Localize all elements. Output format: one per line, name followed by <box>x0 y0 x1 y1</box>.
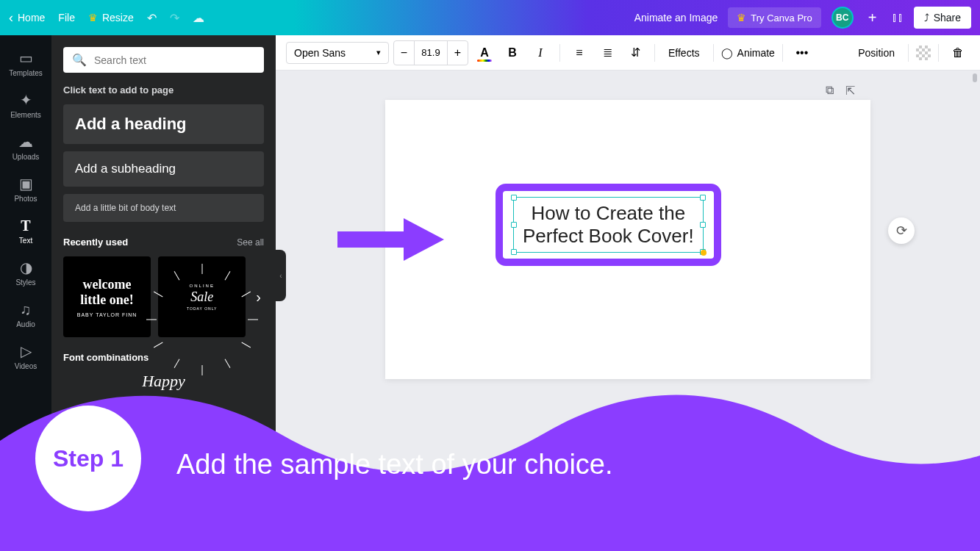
font-combinations-header: Font combinations <box>63 352 264 363</box>
text-line-1[interactable]: How to Create the <box>523 202 694 225</box>
refresh-button[interactable]: ⟳ <box>888 217 915 244</box>
rail-templates[interactable]: ▭Templates <box>0 43 51 84</box>
duplicate-page-icon[interactable]: ⧉ <box>826 84 834 98</box>
bold-button[interactable]: B <box>501 41 524 65</box>
step-badge: Step 1 <box>35 406 141 511</box>
separator <box>908 44 909 62</box>
file-menu[interactable]: File <box>58 12 75 24</box>
text-toolbar: Open Sans ▾ − 81.9 + A B I ≡ ≣ ⇵ Effects… <box>276 35 980 71</box>
cloud-sync-icon[interactable]: ☁ <box>193 11 204 25</box>
recent-cards: welcome little one! BABY TAYLOR FINN ONL… <box>63 256 264 337</box>
home-label: Home <box>18 12 45 24</box>
header-right: Animate an Image ♛ Try Canva Pro BC + ⫿⫿… <box>634 7 971 29</box>
rail-text[interactable]: TText <box>0 210 51 252</box>
add-subheading-button[interactable]: Add a subheading <box>63 151 264 187</box>
recently-used-header: Recently used See all <box>63 237 264 248</box>
highlighted-text-frame: How to Create the Perfect Book Cover! <box>496 184 721 266</box>
list-button[interactable]: ≣ <box>595 41 619 65</box>
svg-rect-0 <box>337 231 407 248</box>
add-body-button[interactable]: Add a little bit of body text <box>63 194 264 222</box>
effects-button[interactable]: Effects <box>662 47 706 59</box>
align-button[interactable]: ≡ <box>568 41 591 65</box>
font-name: Open Sans <box>294 47 346 59</box>
chevron-left-icon: ‹ <box>9 10 13 26</box>
more-button[interactable]: ••• <box>790 41 814 65</box>
redo-icon[interactable]: ↷ <box>170 11 179 25</box>
avatar[interactable]: BC <box>831 7 854 29</box>
panel-hint: Click text to add to page <box>63 84 264 96</box>
resize-handle[interactable] <box>511 222 517 228</box>
separator <box>938 44 939 62</box>
crown-icon: ♛ <box>88 12 98 24</box>
separator <box>654 44 655 62</box>
elements-icon: ✦ <box>20 92 32 108</box>
resize-label: Resize <box>102 12 134 24</box>
spacing-button[interactable]: ⇵ <box>623 41 647 65</box>
step-label: Step 1 <box>53 445 124 472</box>
insights-icon[interactable]: ⫿⫿ <box>892 11 904 24</box>
scrollbar-thumb[interactable] <box>973 73 977 82</box>
share-label: Share <box>934 12 961 24</box>
home-button[interactable]: ‹ Home <box>9 10 45 26</box>
rotate-handle[interactable] <box>701 250 707 256</box>
arrow-annotation-icon <box>334 214 444 276</box>
rail-styles[interactable]: ◑Styles <box>0 252 51 294</box>
try-pro-button[interactable]: ♛ Try Canva Pro <box>728 7 820 28</box>
separator <box>559 44 560 62</box>
cards-next-icon[interactable]: › <box>253 289 264 306</box>
audio-icon: ♫ <box>21 301 32 317</box>
separator <box>713 44 714 62</box>
animate-image-link[interactable]: Animate an Image <box>634 12 718 24</box>
font-size-decrease[interactable]: − <box>394 41 415 65</box>
selected-text-box[interactable]: How to Create the Perfect Book Cover! <box>513 197 704 253</box>
font-combinations-label: Font combinations <box>63 352 149 363</box>
delete-button[interactable]: 🗑 <box>946 41 970 65</box>
rail-audio[interactable]: ♫Audio <box>0 294 51 336</box>
new-page-icon[interactable]: ⇱ <box>845 84 855 98</box>
search-icon: 🔍 <box>72 53 87 67</box>
rail-photos[interactable]: ▣Photos <box>0 168 51 210</box>
search-input[interactable] <box>94 54 255 66</box>
animate-label: Animate <box>737 47 775 59</box>
styles-icon: ◑ <box>20 259 32 276</box>
font-size-increase[interactable]: + <box>447 41 468 65</box>
photos-icon: ▣ <box>19 176 33 192</box>
resize-handle[interactable] <box>700 222 706 228</box>
app-header: ‹ Home File ♛ Resize ↶ ↷ ☁ Animate an Im… <box>0 0 980 35</box>
share-button[interactable]: ⤴ Share <box>914 7 971 29</box>
font-selector[interactable]: Open Sans ▾ <box>286 42 389 64</box>
font-size-group: − 81.9 + <box>393 40 468 65</box>
text-color-button[interactable]: A <box>473 41 496 65</box>
rail-videos[interactable]: ▷Videos <box>0 336 51 378</box>
recently-used-label: Recently used <box>63 237 128 248</box>
see-all-link[interactable]: See all <box>237 237 264 248</box>
transparency-button[interactable] <box>916 46 931 60</box>
resize-handle[interactable] <box>511 249 517 255</box>
header-left: ‹ Home File ♛ Resize ↶ ↷ ☁ <box>9 10 204 26</box>
text-icon: T <box>21 217 30 234</box>
add-heading-button[interactable]: Add a heading <box>63 104 264 144</box>
italic-button[interactable]: I <box>529 41 552 65</box>
add-member-icon[interactable]: + <box>864 9 881 26</box>
text-line-2[interactable]: Perfect Book Cover! <box>523 225 694 248</box>
share-icon: ⤴ <box>924 12 929 24</box>
design-page[interactable]: How to Create the Perfect Book Cover! ⟳ <box>385 100 870 379</box>
panel-collapse-tab[interactable]: ‹ <box>276 250 286 301</box>
animate-button[interactable]: ◯ Animate <box>721 47 775 59</box>
rail-elements[interactable]: ✦Elements <box>0 84 51 126</box>
chevron-down-icon: ▾ <box>376 48 381 57</box>
resize-button[interactable]: ♛ Resize <box>88 12 134 24</box>
svg-marker-1 <box>404 218 444 261</box>
undo-icon[interactable]: ↶ <box>147 11 157 25</box>
recent-card-welcome[interactable]: welcome little one! BABY TAYLOR FINN <box>63 256 151 337</box>
resize-handle[interactable] <box>700 195 706 201</box>
separator <box>782 44 783 62</box>
try-pro-label: Try Canva Pro <box>751 12 812 24</box>
position-button[interactable]: Position <box>852 47 901 59</box>
rail-uploads[interactable]: ☁Uploads <box>0 126 51 168</box>
resize-handle[interactable] <box>511 195 517 201</box>
search-box[interactable]: 🔍 <box>63 47 264 73</box>
font-size-value[interactable]: 81.9 <box>415 47 447 58</box>
videos-icon: ▷ <box>21 343 32 359</box>
recent-card-sale[interactable]: ONLINE Sale TODAY ONLY <box>158 256 246 337</box>
